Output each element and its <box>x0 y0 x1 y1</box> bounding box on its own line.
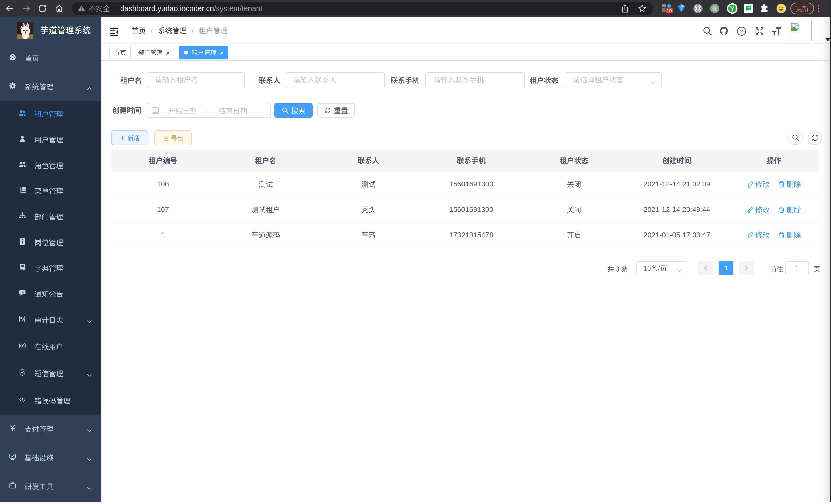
svg-text:10: 10 <box>666 8 672 13</box>
svg-text:?: ? <box>740 28 743 34</box>
